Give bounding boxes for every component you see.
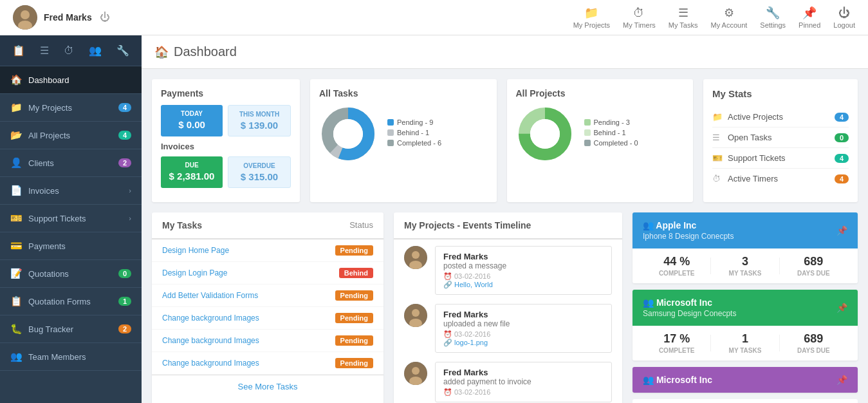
all-projects-body: Pending - 3 Behind - 1 Completed - 0 [516,105,685,163]
timeline-link-1[interactable]: 🔗 Hello, World [443,281,604,289]
tasks-donut [319,105,377,163]
task-name-3[interactable]: Add Better Validation Forms [162,291,335,300]
my-stats-card: My Stats 📁 Active Projects 4 ☰ Open Task… [703,79,858,202]
nav-my-tasks[interactable]: ☰ My Tasks [669,6,698,29]
projects-legend: Pending - 3 Behind - 1 Completed - 0 [584,118,638,149]
project-body-apple: 44 % COMPLETE 3 MY TASKS 689 DAYS DUE [633,248,858,283]
sidebar-badge-quotations: 0 [118,269,131,278]
tasks-nav-icon: ☰ [678,6,688,20]
page-title: Dashboard [174,44,237,59]
nav-settings[interactable]: 🔧 Settings [760,6,786,29]
logout-icon: ⏻ [838,6,850,20]
nav-pinned[interactable]: 📌 Pinned [799,6,820,29]
sidebar-label-quotation-forms: Quotation Forms [28,297,118,306]
quotations-icon: 📝 [10,268,22,279]
sidebar-item-payments[interactable]: 💳 Payments [0,232,142,260]
tasks-panel-title: My Tasks [162,220,349,230]
sidebar-icon-tasks[interactable]: 📋 [10,42,28,59]
overdue-box: OVERDUE $ 315.00 [228,156,291,188]
support-icon: 🎫 [10,212,22,224]
nav-my-account[interactable]: ⚙ My Account [710,6,747,29]
stat-active-timers: ⏱ Active Timers 4 [712,169,849,189]
timeline-content-2: Fred Marks uploaded a new file ⏰03-02-20… [435,304,612,353]
projects-donut [516,105,574,163]
sidebar-label-invoices: Invoices [28,186,129,196]
svg-point-1 [21,10,30,19]
pin-icon-ms1[interactable]: 📌 [836,303,847,313]
task-name-2[interactable]: Design Login Page [162,268,339,277]
table-row: Change background Images Pending [152,307,383,330]
timeline-card-3: Fred Marks added payment to invoice ⏰03-… [435,362,612,402]
legend-pending: Pending - 9 [387,118,441,126]
top-stats-row: Payments TODAY $ 0.00 THIS MONTH $ 139.0… [142,69,868,212]
dashboard-icon: 🏠 [10,74,22,86]
svg-point-11 [412,251,420,259]
this-month-box: THIS MONTH $ 139.00 [228,105,291,136]
top-nav-actions: 📁 My Projects ⏱ My Timers ☰ My Tasks ⚙ M… [573,6,855,29]
open-tasks-icon: ☰ [712,133,723,142]
sidebar-label-bug-tracker: Bug Tracker [28,324,118,334]
nav-logout[interactable]: ⏻ Logout [833,6,855,29]
sidebar-item-clients[interactable]: 👤 Clients 2 [0,149,142,177]
sidebar-item-quotations[interactable]: 📝 Quotations 0 [0,260,142,288]
sidebar-badge-bug-tracker: 2 [118,324,131,333]
timeline-content-3: Fred Marks added payment to invoice ⏰03-… [435,362,612,402]
page-header: 🏠 Dashboard [142,35,868,69]
task-name-1[interactable]: Design Home Page [162,246,335,255]
sidebar-item-support[interactable]: 🎫 Support Tickets › [0,205,142,232]
timeline-link-2[interactable]: 🔗 logo-1.png [443,339,604,347]
sidebar-badge-my-projects: 4 [118,103,131,112]
sidebar-icon-org[interactable]: 👥 [86,42,104,59]
task-name-6[interactable]: Change background Images [162,359,335,368]
task-name-5[interactable]: Change background Images [162,336,335,345]
proj-legend-completed: Completed - 0 [584,139,638,147]
sidebar-item-bug-tracker[interactable]: 🐛 Bug Tracker 2 [0,315,142,343]
clock-icon-3: ⏰ [443,388,452,396]
sidebar-badge-quotation-forms: 1 [118,297,131,306]
pin-icon-ms2[interactable]: 📌 [836,375,847,385]
svg-point-14 [412,309,420,317]
top-nav: Fred Marks ⏻ 📁 My Projects ⏱ My Timers ☰… [0,0,868,35]
stat-open-tasks: ☰ Open Tasks 0 [712,127,849,148]
sidebar-icon-wrench[interactable]: 🔧 [114,42,132,59]
sidebar-item-team-members[interactable]: 👥 Team Members [0,343,142,371]
nav-my-timers[interactable]: ⏱ My Timers [623,6,656,29]
timeline-action-1: posted a message [443,261,604,270]
sidebar-item-invoices[interactable]: 📄 Invoices › [0,177,142,205]
sidebar-label-support: Support Tickets [28,214,129,223]
sidebar-label-dashboard: Dashboard [28,75,131,85]
more-button[interactable]: More [633,399,858,403]
invoices-icon: 📄 [10,185,22,196]
sidebar-item-quotation-forms[interactable]: 📋 Quotation Forms 1 [0,288,142,315]
payments-card: Payments TODAY $ 0.00 THIS MONTH $ 139.0… [152,79,300,202]
clock-icon: ⏰ [443,272,452,280]
task-name-4[interactable]: Change background Images [162,314,335,323]
timeline-action-3: added payment to invoice [443,377,604,386]
sidebar-item-all-projects[interactable]: 📂 All Projects 4 [0,122,142,149]
timeline-card-2: Fred Marks uploaded a new file ⏰03-02-20… [435,304,612,353]
sidebar-icon-timer[interactable]: ⏱ [61,42,77,59]
project-card-apple: 👥 Apple Inc Iphone 8 Design Conecpts 📌 4… [633,212,858,283]
sidebar-icon-list[interactable]: ☰ [37,42,51,59]
support-tickets-label: Support Tickets [728,153,835,163]
task-badge-1: Pending [335,245,373,256]
table-row: Change background Images Pending [152,352,383,375]
tasks-panel-status-label: Status [349,220,373,230]
pin-icon-apple[interactable]: 📌 [836,225,847,236]
proj-days-ms1: 689 DAYS DUE [780,332,847,354]
sidebar-label-payments: Payments [28,241,131,251]
power-icon[interactable]: ⏻ [100,12,110,23]
open-tasks-label: Open Tasks [728,133,835,142]
timeline-date-2: ⏰03-02-2016 [443,330,604,339]
active-projects-label: Active Projects [728,112,835,122]
legend-completed: Completed - 6 [387,139,441,147]
nav-my-projects[interactable]: 📁 My Projects [573,6,610,29]
payments-section: Payments TODAY $ 0.00 THIS MONTH $ 139.0… [152,79,300,202]
sidebar-item-dashboard[interactable]: 🏠 Dashboard [0,66,142,94]
active-timers-badge: 4 [835,174,849,183]
legend-behind: Behind - 1 [387,129,441,136]
see-more-tasks[interactable]: See More Tasks [152,375,383,398]
sidebar-item-my-projects[interactable]: 📁 My Projects 4 [0,94,142,122]
projects-icon: 📁 [584,6,598,20]
timers-icon: ⏱ [633,6,645,20]
